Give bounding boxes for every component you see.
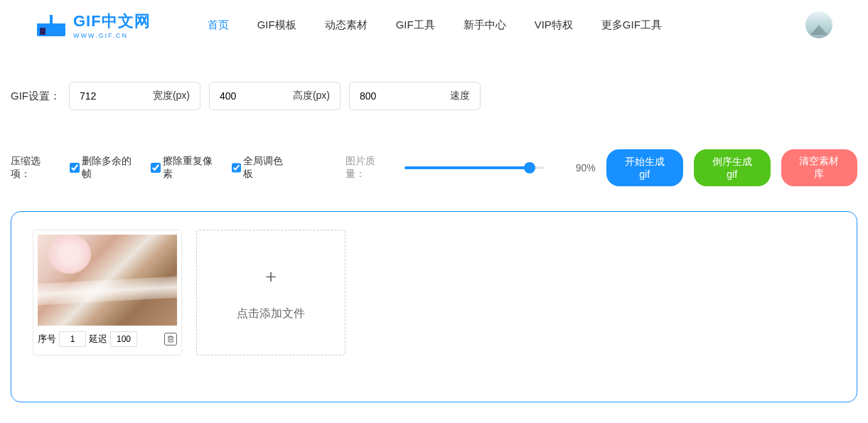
cb-remove-frames[interactable] [70, 163, 80, 173]
delay-label: 延迟 [89, 333, 107, 346]
seq-label: 序号 [38, 333, 56, 346]
cb-erase-pixels[interactable] [151, 163, 161, 173]
slider-thumb[interactable] [524, 162, 535, 173]
options-row: 压缩选项： 删除多余的帧 擦除重复像素 全局调色板 图片质量： 90% 开始生成… [0, 149, 868, 186]
speed-input-group: 速度 [349, 82, 481, 110]
cb-remove-frames-label: 删除多余的帧 [82, 155, 140, 181]
dropzone: 序号 延迟 ＋ 点击添加文件 [11, 211, 857, 402]
svg-rect-2 [53, 15, 65, 23]
logo[interactable]: GIF中文网 WWW.GIF.CN [36, 9, 151, 41]
settings-label: GIF设置： [11, 90, 60, 103]
settings-row: GIF设置： 宽度(px) 高度(px) 速度 [0, 82, 868, 110]
cb-erase-pixels-label: 擦除重复像素 [163, 155, 221, 181]
start-generate-button[interactable]: 开始生成gif [606, 149, 683, 186]
slider-fill [404, 166, 530, 169]
nav-more-tools[interactable]: 更多GIF工具 [601, 18, 662, 32]
nav-newbie[interactable]: 新手中心 [464, 18, 506, 32]
quality-slider[interactable] [404, 166, 543, 169]
speed-suffix: 速度 [450, 90, 470, 102]
logo-icon [36, 9, 68, 41]
header: GIF中文网 WWW.GIF.CN 首页 GIF模板 动态素材 GIF工具 新手… [0, 0, 868, 50]
width-input-group: 宽度(px) [69, 82, 200, 110]
seq-input[interactable] [59, 331, 86, 347]
reverse-generate-button[interactable]: 倒序生成gif [694, 149, 771, 186]
clear-materials-button[interactable]: 清空素材库 [781, 149, 857, 186]
add-file-card[interactable]: ＋ 点击添加文件 [196, 230, 345, 355]
nav-materials[interactable]: 动态素材 [325, 18, 368, 32]
cb-global-palette[interactable] [232, 163, 242, 173]
height-input[interactable] [220, 90, 293, 102]
thumbnail-controls: 序号 延迟 [38, 331, 177, 347]
nav-home[interactable]: 首页 [208, 18, 229, 32]
add-file-text: 点击添加文件 [237, 306, 305, 321]
logo-subtitle: WWW.GIF.CN [73, 32, 151, 39]
delay-input[interactable] [110, 331, 137, 347]
logo-title: GIF中文网 [73, 11, 151, 32]
nav: 首页 GIF模板 动态素材 GIF工具 新手中心 VIP特权 更多GIF工具 [208, 18, 805, 32]
speed-input[interactable] [360, 90, 450, 102]
nav-templates[interactable]: GIF模板 [257, 18, 296, 32]
svg-rect-1 [37, 15, 50, 23]
svg-rect-5 [40, 28, 45, 35]
thumbnail-image[interactable] [38, 235, 177, 326]
checkbox-global-palette: 全局调色板 [232, 155, 292, 181]
logo-text: GIF中文网 WWW.GIF.CN [73, 11, 151, 39]
nav-tools[interactable]: GIF工具 [396, 18, 435, 32]
cb-global-palette-label: 全局调色板 [243, 155, 291, 181]
height-input-group: 高度(px) [209, 82, 341, 110]
quality-value: 90% [576, 162, 596, 173]
thumbnail-card: 序号 延迟 [33, 230, 182, 355]
width-input[interactable] [80, 90, 153, 102]
button-group: 开始生成gif 倒序生成gif 清空素材库 [606, 149, 857, 186]
footer-help[interactable]: ? 使用帮助 [0, 417, 868, 423]
nav-vip[interactable]: VIP特权 [535, 18, 573, 32]
avatar[interactable] [805, 11, 832, 38]
plus-icon: ＋ [262, 264, 280, 289]
checkbox-remove-frames: 删除多余的帧 [70, 155, 140, 181]
options-label: 压缩选项： [11, 155, 59, 181]
checkbox-erase-pixels: 擦除重复像素 [151, 155, 221, 181]
width-suffix: 宽度(px) [153, 90, 190, 102]
quality-label: 图片质量： [345, 155, 394, 181]
trash-icon[interactable] [164, 333, 177, 346]
height-suffix: 高度(px) [293, 90, 330, 102]
